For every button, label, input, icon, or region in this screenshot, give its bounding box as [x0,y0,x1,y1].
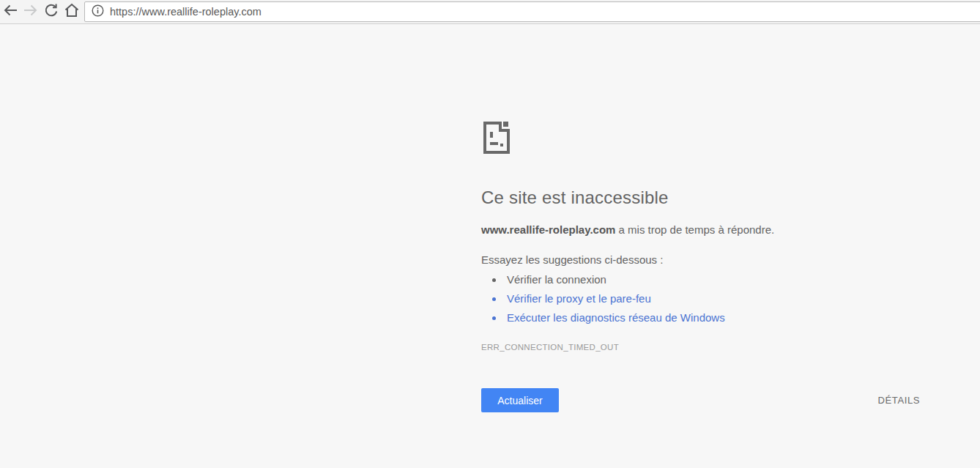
reload-page-button[interactable]: Actualiser [481,388,559,412]
back-arrow-icon [1,1,19,22]
error-code: ERR_CONNECTION_TIMED_OUT [481,343,921,352]
nav-icons [0,0,82,23]
suggestion-run-network-diagnostics-link[interactable]: Exécuter les diagnostics réseau de Windo… [504,311,921,324]
url-text[interactable]: https://www.reallife-roleplay.com [110,6,261,18]
reload-icon [42,1,60,22]
sad-page-icon [481,119,511,155]
details-button[interactable]: DÉTAILS [877,390,921,410]
home-button[interactable] [62,1,82,22]
page-info-icon[interactable] [92,4,104,20]
home-icon [63,1,81,22]
suggestion-check-proxy-firewall-link[interactable]: Vérifier le proxy et le pare-feu [504,292,921,305]
failed-domain: www.reallife-roleplay.com [481,223,615,236]
error-message: www.reallife-roleplay.com a mis trop de … [481,223,921,236]
forward-arrow-icon [22,1,40,22]
reload-button[interactable] [41,1,62,22]
back-button[interactable] [0,1,21,22]
forward-button[interactable] [21,1,41,22]
action-row: Actualiser DÉTAILS [481,388,921,412]
suggestion-check-connection: Vérifier la connexion [504,273,921,286]
error-message-suffix: a mis trop de temps à répondre. [615,223,774,236]
error-page-content: Ce site est inaccessible www.reallife-ro… [481,119,921,412]
error-title: Ce site est inaccessible [481,187,921,208]
suggestions-intro: Essayez les suggestions ci-dessous : [481,253,921,266]
suggestions-list: Vérifier la connexion Vérifier le proxy … [481,273,921,324]
address-bar[interactable]: https://www.reallife-roleplay.com [84,1,980,22]
browser-toolbar: https://www.reallife-roleplay.com [0,0,980,24]
